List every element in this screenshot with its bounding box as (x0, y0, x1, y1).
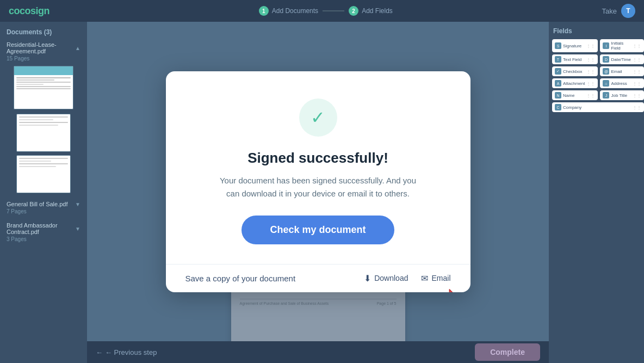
progress-bar: 1 Add Documents 2 Add Fields (49, 6, 602, 16)
modal-actions: ⬇ Download ✉ Email (364, 273, 450, 284)
checkmark-icon: ✓ (311, 107, 325, 128)
attachment-icon: A (555, 80, 561, 87)
field-text[interactable]: T Text Field ⋮⋮ (552, 54, 598, 64)
field-company[interactable]: C Company ⋮⋮ (552, 102, 644, 112)
doc-name-3-group: Brand Ambassador Contract.pdf ▼ 3 Pages (4, 221, 83, 244)
doc-pages-1: 15 Pages (4, 56, 83, 64)
svg-marker-0 (449, 289, 461, 292)
prev-step-label: ← Previous step (105, 348, 157, 356)
complete-button[interactable]: Complete (475, 343, 540, 361)
jobtitle-icon: J (603, 92, 609, 99)
download-button[interactable]: ⬇ Download (364, 273, 408, 284)
page-thumb-2 (16, 114, 71, 152)
modal-title: Signed successfully! (247, 150, 388, 167)
email-button[interactable]: ✉ Email (421, 273, 450, 284)
doc-pages-2: 7 Pages (4, 208, 83, 217)
datetime-icon: D (603, 56, 609, 63)
name-icon: N (555, 92, 561, 99)
initials-icon: I (603, 42, 609, 49)
doc-name-1[interactable]: Residential-Lease-Agreement.pdf ▲ (4, 40, 83, 56)
field-attachment[interactable]: A Attachment ⋮⋮ (552, 78, 598, 88)
email-action-icon: ✉ (421, 273, 428, 284)
step-2-num: 2 (349, 6, 358, 16)
topbar-right: Take T (602, 4, 635, 18)
field-address[interactable]: ⌂ Address ⋮⋮ (600, 78, 644, 88)
doc-name-3[interactable]: Brand Ambassador Contract.pdf ▼ (4, 221, 83, 236)
doc-name-2[interactable]: General Bill of Sale.pdf ▼ (4, 200, 83, 208)
field-jobtitle[interactable]: J Job Title ⋮⋮ (600, 90, 644, 100)
document-item-2[interactable] (4, 114, 83, 152)
document-item-1[interactable]: Residential-Lease-Agreement.pdf ▲ 15 Pag… (4, 40, 83, 109)
chevron-down-icon-3: ▼ (75, 226, 81, 232)
field-initials[interactable]: I Initials Field ⋮⋮ (600, 39, 644, 52)
step-2-label: Add Fields (362, 7, 393, 15)
doc-pages-3: 3 Pages (4, 236, 83, 244)
logo-accent: sign (30, 5, 49, 16)
prev-step-button[interactable]: ← ← Previous step (96, 348, 157, 356)
modal-top: ✓ Signed successfully! Your document has… (166, 71, 470, 264)
prev-arrow-icon: ← (96, 348, 103, 356)
field-email[interactable]: @ Email ⋮⋮ (600, 66, 644, 76)
text-field-icon: T (555, 56, 561, 63)
signature-icon: S (555, 42, 561, 49)
step-connector (323, 10, 344, 11)
step-2: 2 Add Fields (349, 6, 393, 16)
left-sidebar: Documents (3) Residential-Lease-Agreemen… (0, 22, 87, 363)
doc-name-2-group: General Bill of Sale.pdf ▼ 7 Pages (4, 200, 83, 217)
thumb-header (14, 66, 73, 75)
right-sidebar: Fields S Signature ⋮⋮ I Initials Field ⋮… (549, 22, 644, 363)
cursor-arrow-graphic (447, 288, 466, 292)
fields-title: Fields (552, 27, 641, 35)
field-datetime[interactable]: D Date/Time ⋮⋮ (600, 54, 644, 64)
chevron-up-icon: ▲ (75, 45, 81, 51)
checkbox-icon: ✓ (555, 68, 561, 75)
modal-overlay: ✓ Signed successfully! Your document has… (87, 22, 549, 341)
step-1: 1 Add Documents (259, 6, 318, 16)
success-icon-wrap: ✓ (299, 99, 337, 137)
company-icon: C (555, 104, 561, 110)
page-thumb-3 (16, 155, 71, 193)
doc-thumbnail-1 (14, 66, 73, 109)
logo-text: coco (9, 5, 30, 16)
avatar: T (621, 4, 635, 18)
modal-bottom: Save a copy of your document ⬇ Download … (166, 264, 470, 292)
fields-grid: S Signature ⋮⋮ I Initials Field ⋮⋮ T Tex… (552, 39, 641, 112)
bottom-bar: ← ← Previous step Complete (87, 341, 549, 363)
check-document-button[interactable]: Check my document (242, 216, 394, 244)
user-label: Take (602, 7, 617, 15)
field-signature[interactable]: S Signature ⋮⋮ (552, 39, 598, 52)
modal-description: Your document has been signed successful… (215, 174, 422, 200)
download-icon: ⬇ (364, 273, 371, 284)
logo: cocosign (9, 5, 49, 17)
topbar: cocosign 1 Add Documents 2 Add Fields Ta… (0, 0, 644, 22)
email-icon: @ (603, 68, 609, 75)
save-copy-label: Save a copy of your document (185, 274, 296, 283)
success-modal: ✓ Signed successfully! Your document has… (166, 71, 470, 292)
field-checkbox[interactable]: ✓ Checkbox ⋮⋮ (552, 66, 598, 76)
document-item-3[interactable] (4, 155, 83, 193)
field-name[interactable]: N Name ⋮⋮ (552, 90, 598, 100)
step-1-label: Add Documents (272, 7, 318, 15)
step-1-num: 1 (259, 6, 269, 16)
documents-section-title: Documents (3) (4, 28, 83, 36)
chevron-down-icon-2: ▼ (75, 201, 81, 207)
address-icon: ⌂ (603, 80, 609, 87)
